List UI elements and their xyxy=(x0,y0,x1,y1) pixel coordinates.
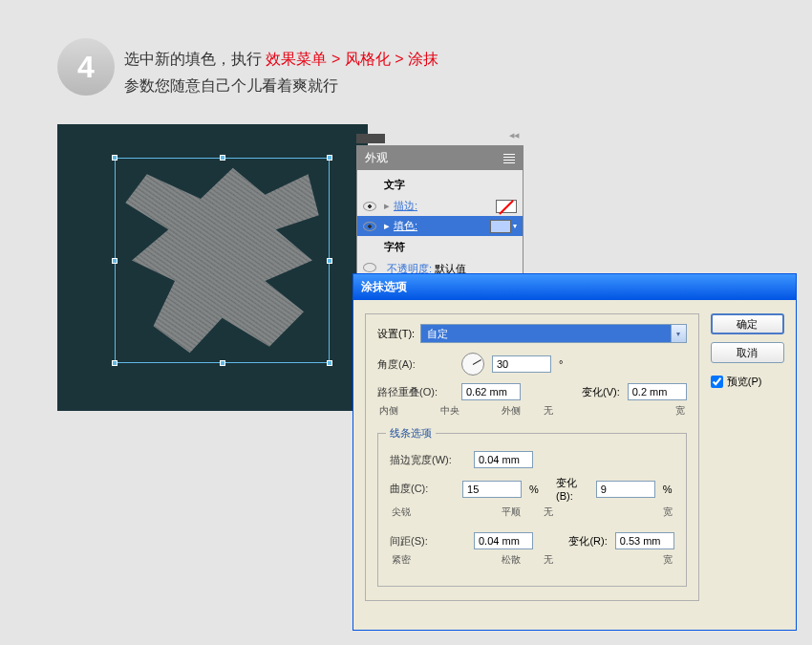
line-options-legend: 线条选项 xyxy=(386,426,436,441)
appearance-panel-header[interactable]: 外观 xyxy=(357,146,523,170)
curve-var-input[interactable] xyxy=(596,481,655,498)
slider-label: 无 xyxy=(544,404,553,418)
instruction-text: 选中新的填色，执行 效果菜单 > 风格化 > 涂抹 参数您随意自己个儿看着爽就行 xyxy=(124,46,438,99)
stroke-width-label: 描边宽度(W): xyxy=(390,453,466,467)
menu-path-scribble: 涂抹 xyxy=(408,51,438,67)
slider-label: 外侧 xyxy=(502,404,521,418)
fill-swatch[interactable] xyxy=(490,220,511,233)
slider-label: 内侧 xyxy=(379,404,398,418)
appearance-title: 外观 xyxy=(365,150,388,166)
overlap-var-label: 变化(V): xyxy=(582,385,620,399)
dialog-title-bar[interactable]: 涂抹选项 xyxy=(353,274,796,300)
slider-label: 宽 xyxy=(675,404,685,418)
dropdown-icon[interactable]: ▾ xyxy=(513,222,517,230)
slider-label: 尖锐 xyxy=(392,505,411,519)
line-options-fieldset: 线条选项 描边宽度(W): 曲度(C): % 变化(B): % xyxy=(377,433,687,587)
dropdown-button-icon[interactable]: ▾ xyxy=(671,325,686,342)
curve-input[interactable] xyxy=(462,481,522,498)
spacing-label: 间距(S): xyxy=(390,534,466,548)
selection-handle[interactable] xyxy=(327,258,332,264)
settings-value: 自定 xyxy=(421,325,671,342)
slider-label: 无 xyxy=(544,553,553,567)
preview-label: 预览(P) xyxy=(727,375,762,389)
curve-var-unit: % xyxy=(663,484,674,495)
menu-path-stylize: 风格化 xyxy=(345,51,391,67)
curve-unit: % xyxy=(529,484,541,495)
selection-handle[interactable] xyxy=(327,155,332,161)
slider-label: 无 xyxy=(544,505,553,519)
stroke-swatch-none[interactable] xyxy=(496,200,517,213)
selection-handle[interactable] xyxy=(220,360,225,366)
appearance-panel: 外观 文字 ▸ 描边: ▸ 填色: ▾ 字符 不透明度: 默认值 xyxy=(356,145,524,285)
menu-path-effect: 效果菜单 xyxy=(266,51,327,67)
appearance-char-row: 字符 xyxy=(357,236,523,258)
expand-icon[interactable]: ▸ xyxy=(384,200,390,212)
spacing-var-input[interactable] xyxy=(615,532,674,549)
spacing-input[interactable] xyxy=(474,532,533,549)
settings-label: 设置(T): xyxy=(377,327,415,341)
angle-input[interactable] xyxy=(492,355,551,373)
preview-checkbox[interactable] xyxy=(711,376,723,388)
menu-sep-2: > xyxy=(395,51,408,67)
angle-label: 角度(A): xyxy=(377,357,454,372)
expand-icon[interactable]: ▸ xyxy=(384,220,390,232)
visibility-icon[interactable] xyxy=(363,202,376,211)
slider-label: 宽 xyxy=(663,505,673,519)
slider-label: 松散 xyxy=(502,553,521,567)
stroke-width-input[interactable] xyxy=(474,451,533,468)
selection-handle[interactable] xyxy=(220,155,225,161)
step-number-badge: 4 xyxy=(57,38,115,96)
stroke-label[interactable]: 描边: xyxy=(394,199,492,213)
scribble-options-dialog: 涂抹选项 设置(T): 自定 ▾ 角度(A): ° 路径重叠(O xyxy=(353,273,797,631)
overlap-label: 路径重叠(O): xyxy=(377,385,454,399)
curve-label: 曲度(C): xyxy=(390,482,455,496)
appearance-fill-row[interactable]: ▸ 填色: ▾ xyxy=(357,216,523,236)
fill-label[interactable]: 填色: xyxy=(394,219,486,233)
overlap-var-input[interactable] xyxy=(628,383,687,400)
instruction-prefix: 选中新的填色，执行 xyxy=(124,51,266,67)
instruction-line2: 参数您随意自己个儿看着爽就行 xyxy=(124,73,438,99)
slider-label: 中央 xyxy=(440,404,459,418)
overlap-input[interactable] xyxy=(461,383,521,400)
appearance-stroke-row[interactable]: ▸ 描边: xyxy=(357,196,523,216)
selection-handle[interactable] xyxy=(112,360,118,366)
panel-collapse-tab[interactable] xyxy=(356,134,385,143)
slider-label: 宽 xyxy=(663,553,673,567)
cancel-button[interactable]: 取消 xyxy=(711,342,784,363)
selection-handle[interactable] xyxy=(112,155,118,161)
ok-button[interactable]: 确定 xyxy=(711,313,784,334)
panel-menu-icon[interactable] xyxy=(503,154,515,163)
visibility-icon[interactable] xyxy=(363,263,376,272)
canvas-area xyxy=(57,124,368,411)
preview-checkbox-row[interactable]: 预览(P) xyxy=(711,375,784,389)
slider-label: 平顺 xyxy=(502,505,521,519)
selection-handle[interactable] xyxy=(112,258,118,264)
settings-dropdown[interactable]: 自定 ▾ xyxy=(420,324,687,343)
selection-handle[interactable] xyxy=(327,360,332,366)
angle-dial[interactable] xyxy=(461,353,484,376)
slider-label: 紧密 xyxy=(392,553,411,567)
curve-var-label: 变化(B): xyxy=(556,476,588,502)
selected-object[interactable] xyxy=(115,158,330,363)
settings-fieldset: 设置(T): 自定 ▾ 角度(A): ° 路径重叠(O): 变化(V xyxy=(365,313,699,601)
menu-sep-1: > xyxy=(331,51,345,67)
spacing-var-label: 变化(R): xyxy=(568,534,607,548)
visibility-icon[interactable] xyxy=(363,222,376,231)
appearance-text-row: 文字 xyxy=(357,174,523,196)
angle-unit: ° xyxy=(559,358,572,370)
